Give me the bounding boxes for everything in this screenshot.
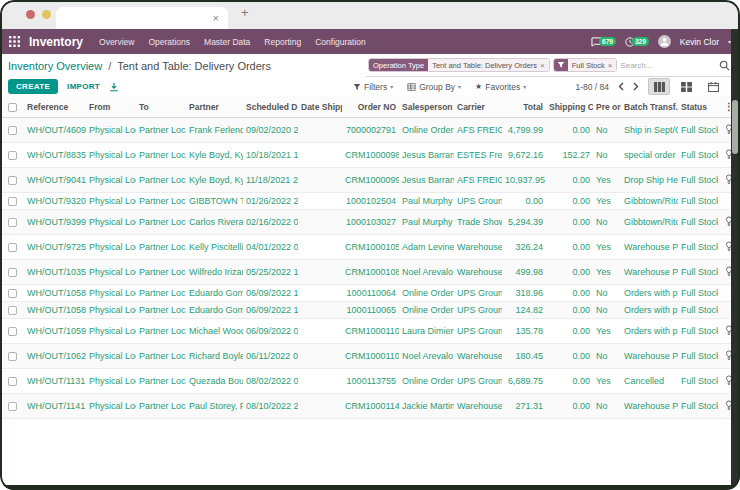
column-header-date_shipped[interactable]: Date Shipped [298,96,342,118]
scrollbar-track[interactable] [731,29,740,490]
row-checkbox[interactable] [8,268,17,277]
cell-total: 135.78 [502,319,546,344]
pager-previous-button[interactable] [618,82,624,91]
row-checkbox[interactable] [8,243,17,252]
menu-operations[interactable]: Operations [148,37,190,47]
row-checkbox[interactable] [8,197,17,206]
activities-button[interactable]: 329 [625,37,649,47]
row-checkbox[interactable] [8,151,17,160]
filter-funnel-icon [554,59,568,71]
pager-next-button[interactable] [633,82,639,91]
menu-reporting[interactable]: Reporting [264,37,301,47]
close-window-icon[interactable] [26,10,35,19]
column-header-total[interactable]: Total [502,96,546,118]
cell-to: Partner Locati... [136,302,186,319]
search-bar[interactable]: Operation Type Tent and Table: Delivery … [366,54,732,77]
row-checkbox[interactable] [8,352,17,361]
export-download-icon[interactable] [109,82,119,92]
browser-tab[interactable]: × [56,7,228,29]
column-header-carrier[interactable]: Carrier [454,96,502,118]
facet-remove-icon[interactable]: × [540,61,545,70]
app-title[interactable]: Inventory [29,35,83,49]
row-checkbox[interactable] [8,126,17,135]
search-input[interactable] [620,61,716,70]
menu-overview[interactable]: Overview [99,37,134,47]
table-row[interactable]: WH/OUT/1059...Physical Locat...Partner L… [0,319,740,344]
column-header-pre_order[interactable]: Pre ord... [593,96,621,118]
cell-carrier: Trade Show Pi... [454,210,502,235]
import-button[interactable]: IMPORT [67,82,100,91]
column-header-reference[interactable]: Reference [24,96,86,118]
row-checkbox[interactable] [8,377,17,386]
column-header-order_no[interactable]: Order NO [342,96,399,118]
cell-shipping_cost: 0.00 [546,168,593,193]
breadcrumb-parent-link[interactable]: Inventory Overview [8,60,102,72]
user-menu[interactable]: Kevin Clor [680,37,719,47]
table-row[interactable]: WH/OUT/1141...Physical Locat...Partner L… [0,394,740,419]
apps-grid-icon[interactable] [9,36,20,47]
tab-close-icon[interactable]: × [213,13,219,24]
menu-master-data[interactable]: Master Data [204,37,250,47]
cell-shipping_cost: 0.00 [546,302,593,319]
favorites-dropdown[interactable]: ★ Favorites ▾ [475,82,526,92]
calendar-view-button[interactable] [702,78,724,95]
messages-button[interactable]: 679 [591,37,616,47]
calendar-view-icon [708,82,719,92]
caret-down-icon: ▾ [458,83,461,90]
column-header-to[interactable]: To [136,96,186,118]
cell-scheduled: 06/09/2022 0... [243,319,298,344]
cell-to: Partner Locati... [136,319,186,344]
row-select-cell [0,394,24,419]
row-checkbox[interactable] [8,402,17,411]
cell-scheduled: 06/09/2022 1... [243,302,298,319]
table-row[interactable]: WH/OUT/97256Physical Locat...Partner Loc… [0,235,740,260]
table-row[interactable]: WH/OUT/1058...Physical Locat...Partner L… [0,285,740,302]
avatar[interactable] [658,35,671,48]
column-header-status[interactable]: Status [678,96,718,118]
cell-date_shipped [298,118,342,143]
table-row[interactable]: WH/OUT/46092Physical Locat...Partner Loc… [0,118,740,143]
table-row[interactable]: WH/OUT/93996Physical Locat...Partner Loc… [0,210,740,235]
row-checkbox[interactable] [8,327,17,336]
cell-to: Partner Locati... [136,369,186,394]
new-tab-icon[interactable]: + [241,6,249,19]
activities-count-badge: 329 [632,37,649,46]
row-checkbox[interactable] [8,218,17,227]
search-icon[interactable] [719,60,730,71]
table-row[interactable]: WH/OUT/93207Physical Locat...Partner Loc… [0,193,740,210]
table-row[interactable]: WH/OUT/1058...Physical Locat...Partner L… [0,302,740,319]
cell-pre_order: Yes [593,369,621,394]
column-header-shipping_cost[interactable]: Shipping Cost [546,96,593,118]
group-by-dropdown[interactable]: Group By ▾ [407,82,461,92]
table-row[interactable]: WH/OUT/1131...Physical Locat...Partner L… [0,369,740,394]
menu-configuration[interactable]: Configuration [315,37,366,47]
table-row[interactable]: WH/OUT/88357Physical Locat...Partner Loc… [0,143,740,168]
cell-batch_transfer: Warehouse Pi... [621,260,678,285]
scrollbar-thumb[interactable] [732,100,738,154]
column-header-partner[interactable]: Partner [186,96,243,118]
row-checkbox[interactable] [8,289,17,298]
window-bottom-edge [0,485,740,490]
list-view-button[interactable] [648,78,670,95]
cell-shipping_cost: 0.00 [546,369,593,394]
facet-remove-icon[interactable]: × [608,61,613,70]
filters-dropdown[interactable]: Filters ▾ [353,82,393,92]
kanban-view-button[interactable] [675,78,697,95]
select-all-checkbox[interactable] [8,103,17,112]
cell-from: Physical Locat... [86,168,136,193]
column-header-salesperson[interactable]: Salesperson [399,96,454,118]
table-row[interactable]: WH/OUT/90410Physical Locat...Partner Loc… [0,168,740,193]
row-checkbox[interactable] [8,176,17,185]
cell-batch_transfer: Gibbtown/Ritc... [621,193,678,210]
cell-pre_order: No [593,344,621,369]
column-header-from[interactable]: From [86,96,136,118]
cell-total: 9,672.16 [502,143,546,168]
table-row[interactable]: WH/OUT/1035...Physical Locat...Partner L… [0,260,740,285]
create-button[interactable]: CREATE [8,79,58,94]
minimize-window-icon[interactable] [42,10,51,19]
column-header-batch_transfer[interactable]: Batch Transf... [621,96,678,118]
table-row[interactable]: WH/OUT/1062...Physical Locat...Partner L… [0,344,740,369]
cell-salesperson: Jackie Martinez [399,394,454,419]
row-checkbox[interactable] [8,306,17,315]
column-header-scheduled[interactable]: Scheduled D... [243,96,298,118]
